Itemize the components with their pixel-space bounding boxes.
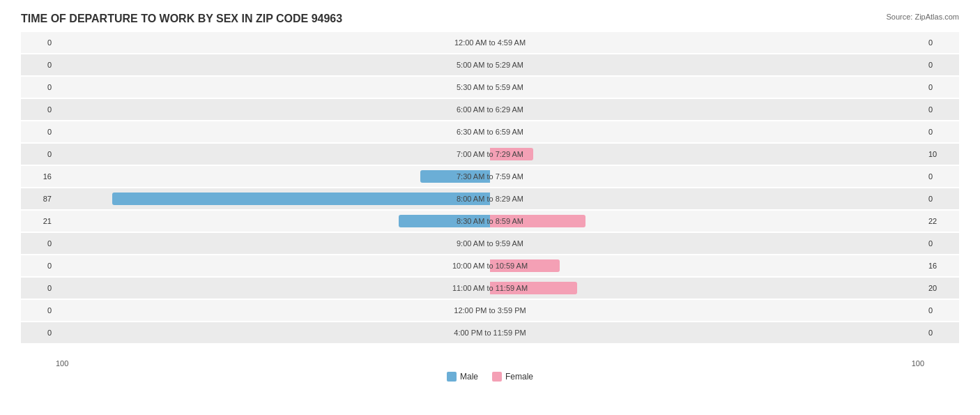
female-color-box	[492, 372, 502, 382]
male-value: 0	[21, 306, 56, 315]
bars-center: 7:00 AM to 7:29 AM	[56, 144, 924, 165]
chart-row: 011:00 AM to 11:59 AM20	[21, 278, 959, 299]
row-label: 11:00 AM to 11:59 AM	[452, 284, 528, 292]
female-value: 20	[924, 284, 959, 292]
legend-female: Female	[492, 372, 533, 382]
axis-labels: 100 100	[21, 359, 959, 368]
chart-row: 07:00 AM to 7:29 AM10	[21, 144, 959, 165]
legend-male: Male	[447, 372, 478, 382]
row-label: 5:30 AM to 5:59 AM	[457, 83, 523, 91]
row-label: 12:00 AM to 4:59 AM	[454, 38, 526, 47]
male-value: 0	[21, 329, 56, 337]
chart-row: 04:00 PM to 11:59 PM0	[21, 322, 959, 343]
row-label: 7:30 AM to 7:59 AM	[457, 172, 523, 181]
bars-center: 10:00 AM to 10:59 AM	[56, 255, 924, 276]
row-label: 5:00 AM to 5:29 AM	[457, 61, 523, 69]
row-label: 12:00 PM to 3:59 PM	[454, 306, 526, 315]
row-label: 6:30 AM to 6:59 AM	[457, 128, 523, 136]
chart-container: TIME OF DEPARTURE TO WORK BY SEX IN ZIP …	[0, 0, 980, 415]
male-value: 0	[21, 284, 56, 292]
row-label: 4:00 PM to 11:59 PM	[454, 329, 526, 337]
male-value: 0	[21, 150, 56, 158]
bars-center: 5:00 AM to 5:29 AM	[56, 54, 924, 75]
female-value: 0	[924, 329, 959, 337]
male-value: 87	[21, 195, 56, 203]
male-value: 0	[21, 239, 56, 248]
bars-center: 8:00 AM to 8:29 AM	[56, 188, 924, 209]
female-value: 0	[924, 83, 959, 91]
bars-center: 9:00 AM to 9:59 AM	[56, 233, 924, 254]
male-label: Male	[460, 372, 478, 382]
chart-row: 012:00 PM to 3:59 PM0	[21, 300, 959, 321]
bars-center: 6:30 AM to 6:59 AM	[56, 121, 924, 142]
male-value: 21	[21, 217, 56, 225]
female-value: 10	[924, 150, 959, 158]
bars-center: 11:00 AM to 11:59 AM	[56, 278, 924, 299]
axis-right: 100	[912, 359, 924, 368]
female-value: 0	[924, 239, 959, 248]
axis-left: 100	[56, 359, 68, 368]
chart-row: 878:00 AM to 8:29 AM0	[21, 188, 959, 209]
male-value: 0	[21, 83, 56, 91]
chart-area: 012:00 AM to 4:59 AM005:00 AM to 5:29 AM…	[21, 32, 959, 358]
row-label: 8:00 AM to 8:29 AM	[457, 195, 523, 203]
chart-row: 218:30 AM to 8:59 AM22	[21, 211, 959, 232]
chart-row: 012:00 AM to 4:59 AM0	[21, 32, 959, 53]
female-value: 16	[924, 262, 959, 270]
male-value: 0	[21, 105, 56, 114]
bars-center: 5:30 AM to 5:59 AM	[56, 77, 924, 98]
female-value: 0	[924, 306, 959, 315]
female-label: Female	[505, 372, 533, 382]
male-value: 0	[21, 38, 56, 47]
female-value: 0	[924, 105, 959, 114]
row-label: 8:30 AM to 8:59 AM	[457, 217, 523, 225]
bars-center: 12:00 AM to 4:59 AM	[56, 32, 924, 53]
chart-row: 06:30 AM to 6:59 AM0	[21, 121, 959, 142]
bars-center: 12:00 PM to 3:59 PM	[56, 300, 924, 321]
row-label: 10:00 AM to 10:59 AM	[452, 262, 528, 270]
male-value: 0	[21, 61, 56, 69]
chart-title: TIME OF DEPARTURE TO WORK BY SEX IN ZIP …	[21, 13, 959, 25]
row-label: 7:00 AM to 7:29 AM	[457, 150, 523, 158]
female-value: 0	[924, 172, 959, 181]
chart-row: 167:30 AM to 7:59 AM0	[21, 166, 959, 187]
female-value: 0	[924, 195, 959, 203]
female-value: 22	[924, 217, 959, 225]
chart-row: 09:00 AM to 9:59 AM0	[21, 233, 959, 254]
chart-row: 05:30 AM to 5:59 AM0	[21, 77, 959, 98]
bars-center: 6:00 AM to 6:29 AM	[56, 99, 924, 120]
male-value: 0	[21, 262, 56, 270]
female-value: 0	[924, 61, 959, 69]
bars-center: 4:00 PM to 11:59 PM	[56, 322, 924, 343]
bars-center: 7:30 AM to 7:59 AM	[56, 166, 924, 187]
row-label: 9:00 AM to 9:59 AM	[457, 239, 523, 248]
source-label: Source: ZipAtlas.com	[886, 13, 959, 21]
chart-row: 05:00 AM to 5:29 AM0	[21, 54, 959, 75]
male-color-box	[447, 372, 457, 382]
row-label: 6:00 AM to 6:29 AM	[457, 105, 523, 114]
male-bar	[112, 193, 490, 205]
legend: Male Female	[21, 372, 959, 382]
female-value: 0	[924, 128, 959, 136]
male-value: 16	[21, 172, 56, 181]
male-value: 0	[21, 128, 56, 136]
bars-center: 8:30 AM to 8:59 AM	[56, 211, 924, 232]
female-value: 0	[924, 38, 959, 47]
chart-row: 06:00 AM to 6:29 AM0	[21, 99, 959, 120]
chart-row: 010:00 AM to 10:59 AM16	[21, 255, 959, 276]
